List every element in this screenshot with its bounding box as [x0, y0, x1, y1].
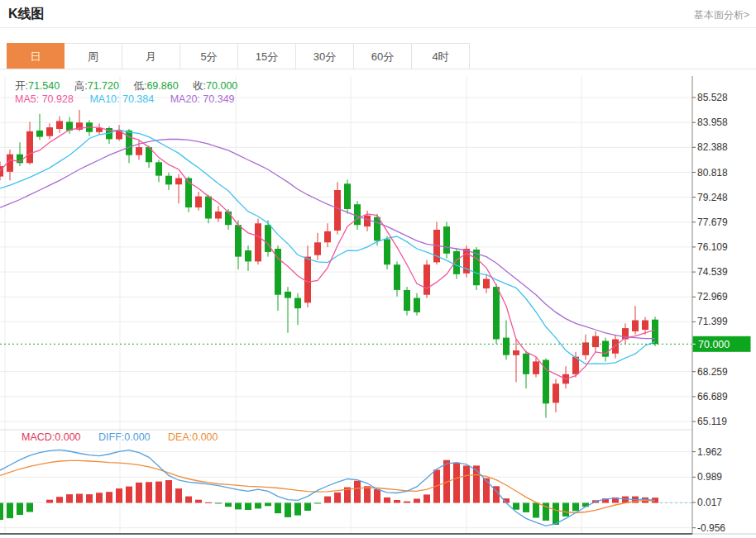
candle — [235, 225, 242, 256]
candle — [513, 350, 519, 355]
candle — [96, 128, 103, 132]
page-header: K线图 基本面分析> — [0, 0, 756, 28]
tab-30min[interactable]: 30分 — [296, 43, 354, 69]
page-title: K线图 — [8, 6, 45, 23]
candle — [314, 242, 321, 255]
current-price-tag-label: 70.000 — [698, 339, 730, 350]
candle — [493, 287, 500, 339]
candle — [404, 290, 410, 311]
close-value: 70.000 — [206, 80, 237, 92]
low-label: 低: — [133, 80, 146, 92]
candle — [156, 162, 162, 175]
candle — [285, 292, 291, 298]
candle — [364, 216, 371, 226]
axis-tick-label: 83.958 — [697, 117, 728, 128]
tab-month[interactable]: 月 — [122, 43, 180, 69]
kline-chart-svg: 85.52883.95882.38880.81879.24877.67976.1… — [0, 69, 756, 538]
candle — [384, 240, 390, 265]
candle — [483, 279, 490, 289]
candle — [126, 131, 132, 155]
ma-readout: MA5: 70.928 MA10: 70.384 MA20: 70.349 — [15, 93, 235, 105]
candle — [46, 127, 53, 136]
candle — [294, 298, 301, 309]
axis-tick-label: 77.679 — [697, 217, 728, 228]
candle — [423, 264, 430, 295]
tab-5min[interactable]: 5分 — [180, 43, 238, 69]
open-value: 71.540 — [28, 80, 60, 92]
kline-chart-canvas[interactable]: 85.52883.95882.38880.81879.24877.67976.1… — [0, 69, 756, 538]
axis-tick-label: 68.259 — [697, 366, 728, 378]
ohlc-readout: 开:71.540 高:71.720 低:69.860 收:70.000 — [15, 79, 249, 93]
candle — [443, 226, 450, 254]
candle — [473, 250, 480, 285]
axis-tick-label: 0.017 — [697, 497, 722, 508]
axis-tick-label: 79.248 — [697, 192, 728, 203]
candle — [642, 321, 648, 331]
interval-tabbar: 日 周 月 5分 15分 30分 60分 4时 — [7, 43, 470, 69]
axis-tick-label: 85.528 — [697, 92, 728, 103]
axis-tick-label: 0.989 — [697, 471, 722, 483]
candle — [414, 298, 420, 312]
ma20-value: MA20: 70.349 — [170, 93, 235, 105]
candle — [165, 176, 172, 185]
grid-layer — [0, 69, 692, 534]
open-label: 开: — [15, 80, 28, 92]
candle — [354, 204, 361, 225]
axis-tick-label: 65.119 — [697, 416, 727, 427]
dea-value: DEA:0.000 — [168, 431, 218, 443]
tab-15min[interactable]: 15分 — [238, 43, 296, 69]
candle — [394, 264, 400, 290]
axis-tick-label: 66.689 — [697, 391, 728, 402]
diff-value: DIFF:0.000 — [98, 431, 151, 443]
candle — [334, 190, 341, 231]
macd-histogram — [0, 460, 658, 525]
kline-page: K线图 基本面分析> 日 周 月 5分 15分 30分 60分 4时 85.52… — [0, 0, 756, 538]
candle — [56, 121, 63, 129]
candle — [215, 212, 222, 219]
candle — [26, 131, 33, 163]
axis-tick-label: 80.818 — [697, 167, 728, 179]
candle — [255, 223, 261, 261]
fundamental-analysis-link[interactable]: 基本面分析> — [694, 8, 749, 22]
macd-value: MACD:0.000 — [22, 431, 81, 443]
candle — [523, 354, 529, 374]
axis-tick-label: 72.969 — [697, 291, 728, 302]
candle — [205, 197, 212, 219]
candle — [36, 131, 43, 137]
candle — [503, 338, 510, 355]
candle — [612, 340, 619, 354]
axis-tick-label: 71.399 — [697, 316, 728, 327]
ma5-value: MA5: 70.928 — [15, 93, 74, 105]
high-value: 71.720 — [88, 80, 119, 92]
candle — [602, 341, 609, 357]
tab-week[interactable]: 周 — [65, 43, 122, 69]
candle — [553, 383, 559, 402]
close-label: 收: — [193, 80, 206, 92]
candle — [195, 197, 202, 207]
low-value: 69.860 — [146, 80, 178, 92]
ma5-line — [0, 127, 655, 379]
tab-4hour[interactable]: 4时 — [412, 43, 470, 69]
ma10-value: MA10: 70.384 — [89, 93, 154, 105]
tab-day[interactable]: 日 — [7, 43, 65, 69]
candle — [652, 320, 658, 345]
axis-tick-label: 76.109 — [697, 241, 728, 253]
candle — [245, 250, 251, 261]
high-label: 高: — [74, 80, 88, 92]
axis-tick-label: 74.539 — [697, 266, 728, 278]
candle — [592, 336, 599, 347]
candle — [175, 179, 182, 185]
axis-tick-label: -0.956 — [697, 522, 725, 534]
candle — [136, 147, 142, 155]
candle — [533, 361, 539, 374]
candle — [374, 217, 380, 241]
candle — [632, 321, 639, 331]
candle — [225, 212, 232, 225]
candle — [324, 231, 331, 242]
axis-tick-label: 1.962 — [697, 446, 722, 458]
macd-readout: MACD:0.000 DIFF:0.000 DEA:0.000 — [22, 431, 218, 443]
axis-tick-label: 82.388 — [697, 141, 728, 153]
tab-60min[interactable]: 60分 — [354, 43, 412, 69]
candle — [344, 183, 351, 209]
candle — [304, 257, 311, 303]
